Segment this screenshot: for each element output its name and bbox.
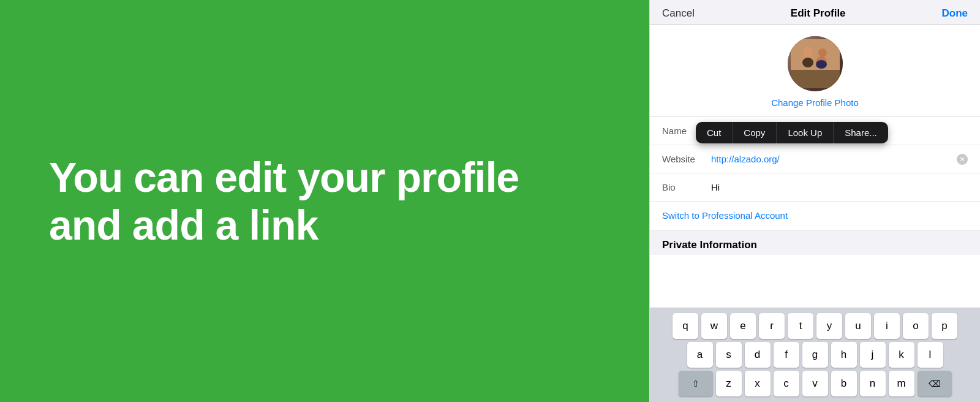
- bio-value[interactable]: Hi: [711, 182, 968, 192]
- website-row: Cut Copy Look Up Share... Website http:/…: [650, 145, 980, 173]
- key-p[interactable]: p: [932, 313, 957, 339]
- svg-rect-1: [791, 39, 840, 70]
- private-info-section: Private Information: [650, 230, 980, 255]
- key-i[interactable]: i: [874, 313, 900, 339]
- key-a[interactable]: a: [687, 342, 713, 368]
- svg-point-7: [802, 58, 813, 67]
- keyboard-row-2: a s d f g h j k l: [652, 342, 978, 368]
- key-b[interactable]: b: [831, 371, 857, 396]
- key-z[interactable]: z: [716, 371, 742, 396]
- green-panel: You can edit your profile and add a link: [0, 0, 649, 402]
- key-x[interactable]: x: [745, 371, 771, 396]
- keyboard-row-1: q w e r t y u i o p: [652, 313, 978, 339]
- context-copy[interactable]: Copy: [733, 122, 777, 143]
- key-o[interactable]: o: [903, 313, 929, 339]
- profile-photo-area: Change Profile Photo: [650, 25, 980, 117]
- done-button[interactable]: Done: [942, 7, 968, 20]
- key-d[interactable]: d: [745, 342, 771, 368]
- key-t[interactable]: t: [788, 313, 813, 339]
- keyboard: q w e r t y u i o p a s d f g h j k l ⇧ …: [650, 308, 980, 402]
- key-k[interactable]: k: [889, 342, 914, 368]
- svg-point-8: [816, 60, 827, 69]
- key-y[interactable]: y: [816, 313, 842, 339]
- context-share[interactable]: Share...: [834, 122, 888, 143]
- cancel-button[interactable]: Cancel: [662, 7, 695, 20]
- form-area: Name Cesar Martin Cut Copy Look Up Share…: [650, 117, 980, 308]
- key-q[interactable]: q: [673, 313, 698, 339]
- main-headline: You can edit your profile and add a link: [49, 153, 600, 249]
- svg-rect-2: [791, 70, 840, 88]
- key-backspace[interactable]: ⌫: [918, 371, 952, 396]
- key-e[interactable]: e: [730, 313, 756, 339]
- key-c[interactable]: c: [774, 371, 799, 396]
- phone-panel: Cancel Edit Profile Done: [649, 0, 980, 402]
- key-m[interactable]: m: [889, 371, 914, 396]
- professional-account-section: Switch to Professional Account: [650, 202, 980, 230]
- key-f[interactable]: f: [774, 342, 799, 368]
- keyboard-row-3: ⇧ z x c v b n m ⌫: [652, 371, 978, 396]
- svg-point-6: [818, 48, 827, 57]
- edit-profile-title: Edit Profile: [791, 7, 846, 20]
- key-r[interactable]: r: [759, 313, 785, 339]
- svg-point-4: [803, 47, 813, 56]
- clear-website-button[interactable]: ✕: [957, 154, 968, 165]
- website-value[interactable]: http://alzado.org/: [711, 154, 957, 164]
- private-info-heading: Private Information: [662, 239, 757, 251]
- key-n[interactable]: n: [860, 371, 886, 396]
- bio-label: Bio: [662, 182, 711, 192]
- key-w[interactable]: w: [701, 313, 727, 339]
- avatar[interactable]: [788, 36, 843, 91]
- bio-row: Bio Hi: [650, 173, 980, 202]
- professional-account-link[interactable]: Switch to Professional Account: [662, 210, 788, 221]
- website-label: Website: [662, 154, 711, 164]
- key-shift[interactable]: ⇧: [679, 371, 713, 396]
- key-s[interactable]: s: [716, 342, 742, 368]
- top-bar: Cancel Edit Profile Done: [650, 0, 980, 25]
- change-profile-photo-link[interactable]: Change Profile Photo: [771, 97, 859, 108]
- key-u[interactable]: u: [845, 313, 871, 339]
- key-v[interactable]: v: [802, 371, 828, 396]
- key-l[interactable]: l: [918, 342, 943, 368]
- key-j[interactable]: j: [860, 342, 886, 368]
- context-menu: Cut Copy Look Up Share...: [696, 122, 888, 143]
- context-cut[interactable]: Cut: [696, 122, 733, 143]
- key-h[interactable]: h: [831, 342, 857, 368]
- context-look-up[interactable]: Look Up: [777, 122, 834, 143]
- key-g[interactable]: g: [802, 342, 828, 368]
